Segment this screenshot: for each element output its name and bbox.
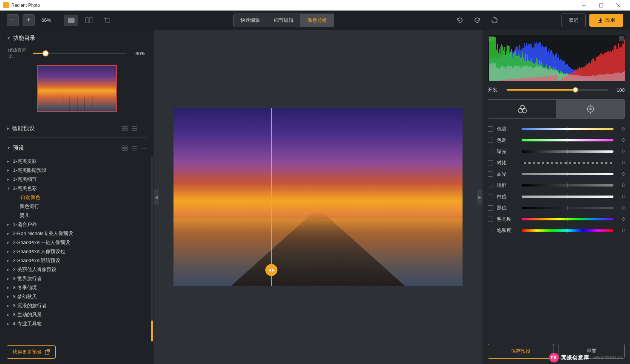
adjustment-checkbox[interactable]	[488, 205, 493, 211]
preset-folder[interactable]: 1-完美色彩	[7, 184, 151, 193]
preset-item[interactable]: 婴儿	[7, 211, 151, 220]
window-minimize-button[interactable]	[575, 0, 592, 11]
preset-folder[interactable]: 3-冬季仙境	[7, 283, 151, 292]
preset-item[interactable]: 颜色流行	[7, 202, 151, 211]
adjustment-slider[interactable]	[522, 128, 613, 130]
compare-slider-handle[interactable]	[265, 264, 277, 276]
adjustment-slider[interactable]	[522, 162, 613, 164]
save-preset-button[interactable]: 保存预设	[488, 344, 554, 359]
tab-color-grade[interactable]: 颜色分级	[301, 14, 334, 27]
preset-folder[interactable]: 1-完美眼睛预设	[7, 166, 151, 175]
collapse-right-panel-button[interactable]: ►	[477, 190, 482, 205]
smart-presets-header[interactable]: ▶ 智能预设 ⋯	[7, 125, 147, 132]
develop-slider[interactable]	[507, 89, 608, 91]
window-titlebar: Radiant Photo	[0, 0, 630, 11]
svg-rect-16	[122, 149, 124, 150]
more-options-icon[interactable]: ⋯	[141, 125, 147, 132]
apply-button[interactable]: 应用	[589, 14, 623, 27]
svg-rect-14	[122, 146, 124, 148]
adjustment-row: 白位0	[488, 191, 625, 202]
zoom-slider[interactable]	[33, 53, 126, 54]
image-preview[interactable]	[173, 108, 463, 286]
get-more-presets-button[interactable]: 获得更多预设	[7, 345, 56, 359]
adjustment-checkbox[interactable]	[488, 149, 493, 154]
view-split-button[interactable]	[82, 15, 96, 26]
preset-folder[interactable]: 1-适合户外	[7, 220, 151, 229]
preset-folder[interactable]: 3-世界旅行者	[7, 274, 151, 283]
preset-folder[interactable]: 4-专业工具箱	[7, 319, 151, 328]
chevron-icon	[7, 230, 11, 237]
adjustment-checkbox[interactable]	[488, 194, 493, 199]
adjustment-row: 对比0	[488, 157, 625, 168]
scrollbar-thumb[interactable]	[151, 320, 153, 341]
zoom-slider-thumb[interactable]	[43, 50, 49, 56]
preset-folder[interactable]: 3-梦幻秋天	[7, 292, 151, 301]
window-close-button[interactable]	[610, 0, 627, 11]
target-tool[interactable]	[556, 100, 624, 118]
image-thumbnail[interactable]	[37, 65, 117, 112]
preset-item[interactable]: i自动颜色	[7, 193, 151, 202]
zoom-out-button[interactable]: −	[7, 14, 19, 26]
tab-quick-edit[interactable]: 快速编辑	[234, 14, 267, 27]
preset-folder-label: 3-世界旅行者	[13, 275, 42, 282]
adjustment-checkbox[interactable]	[488, 217, 493, 222]
collapse-left-panel-button[interactable]: ◄	[154, 190, 159, 205]
grid-view-icon[interactable]	[122, 146, 128, 151]
develop-slider-thumb[interactable]	[573, 87, 578, 93]
reset-history-button[interactable]	[488, 14, 501, 27]
color-wheel-tool[interactable]	[488, 100, 556, 118]
adjustment-checkbox[interactable]	[488, 160, 493, 165]
adjustment-checkbox[interactable]	[488, 183, 493, 188]
adjustment-label: 色调	[497, 137, 518, 144]
histogram[interactable]	[488, 35, 625, 81]
adjustment-checkbox[interactable]	[488, 228, 493, 233]
tab-detail-edit[interactable]: 细节编辑	[267, 14, 301, 27]
preset-folder-label: 3-梦幻秋天	[13, 293, 37, 300]
adjustment-slider[interactable]	[522, 229, 613, 232]
view-crop-button[interactable]	[100, 15, 114, 26]
adjustment-row: 高光0	[488, 168, 625, 180]
preset-folder-label: 1-适合户外	[13, 221, 37, 228]
adjustment-checkbox[interactable]	[488, 171, 493, 177]
cancel-button[interactable]: 取消	[562, 14, 586, 27]
undo-button[interactable]	[453, 14, 467, 27]
preset-folder[interactable]: 3-生动的风景	[7, 310, 151, 319]
preset-folder[interactable]: 2-Ron Nichols专业人像预设	[7, 229, 151, 238]
adjustment-value: 0	[617, 160, 625, 165]
main-toolbar: − + 66% 快速编辑 细节编辑 颜色分级 取消 应用	[0, 11, 630, 30]
presets-header[interactable]: ▼ 预设 ⋯	[7, 144, 147, 152]
chevron-icon	[7, 176, 11, 183]
zoom-in-button[interactable]: +	[23, 14, 35, 26]
adjustment-checkbox[interactable]	[488, 126, 493, 132]
preset-folder[interactable]: 2-SharkPixel一键人像预设	[7, 238, 151, 247]
more-options-icon[interactable]: ⋯	[141, 145, 147, 152]
redo-button[interactable]	[470, 14, 484, 27]
compare-divider[interactable]	[271, 108, 272, 286]
grid-view-icon[interactable]	[122, 126, 128, 131]
preset-folder[interactable]: 1-完美细节	[7, 175, 151, 184]
list-view-icon[interactable]	[131, 126, 137, 131]
adjustment-slider[interactable]	[522, 196, 613, 198]
adjustment-slider[interactable]	[522, 139, 613, 141]
histogram-clip-highlight[interactable]	[619, 36, 624, 41]
adjustment-slider[interactable]	[522, 207, 613, 209]
preset-folder[interactable]: 1-完美皮肤	[7, 157, 151, 166]
list-view-icon[interactable]	[131, 146, 137, 151]
preset-folder[interactable]: 2-SharkPixel人像预设包	[7, 247, 151, 256]
svg-point-25	[587, 106, 593, 112]
preset-folder[interactable]: 3-流浪的旅行者	[7, 301, 151, 310]
adjustment-slider[interactable]	[522, 218, 613, 220]
smart-presets-title: 智能预设	[12, 125, 35, 132]
view-single-button[interactable]	[64, 15, 78, 26]
svg-rect-10	[125, 129, 127, 131]
adjustment-slider[interactable]	[522, 150, 613, 153]
preset-folder[interactable]: 2-SharkPixel眼睛预设	[7, 256, 151, 265]
adjustment-checkbox[interactable]	[488, 138, 493, 143]
chevron-icon	[7, 158, 11, 165]
preset-folder[interactable]: 2-美丽佳人肖像预设	[7, 265, 151, 274]
window-maximize-button[interactable]	[592, 0, 610, 11]
adjustment-value: 0	[617, 183, 625, 188]
adjustment-slider[interactable]	[522, 173, 613, 175]
catalog-section-header[interactable]: ▼ 功能目录	[7, 35, 147, 42]
adjustment-slider[interactable]	[522, 184, 613, 187]
